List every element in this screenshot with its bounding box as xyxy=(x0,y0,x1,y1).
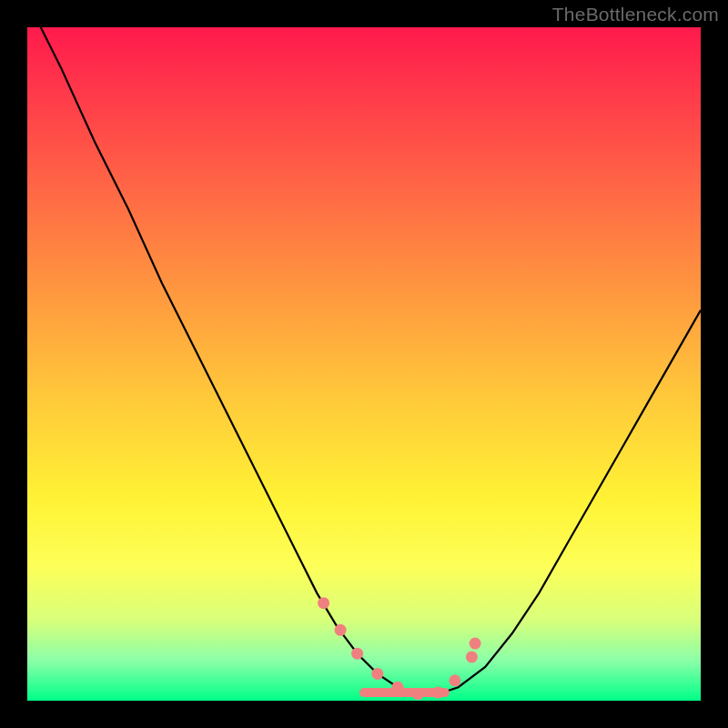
marker-dot xyxy=(318,597,329,609)
marker-dot xyxy=(335,624,347,636)
curve-markers xyxy=(318,597,480,700)
marker-dot xyxy=(432,687,444,699)
marker-dot xyxy=(371,668,383,680)
chart-svg xyxy=(27,27,701,701)
marker-dot xyxy=(470,638,481,650)
marker-dot xyxy=(412,688,424,700)
bottleneck-curve xyxy=(27,0,701,693)
marker-dot xyxy=(392,682,404,693)
marker-dot xyxy=(449,674,460,686)
watermark-text: TheBottleneck.com xyxy=(552,4,719,25)
marker-dot xyxy=(351,648,363,660)
chart-frame: TheBottleneck.com xyxy=(0,0,728,728)
marker-dot xyxy=(466,651,478,662)
plot-area xyxy=(27,27,701,701)
